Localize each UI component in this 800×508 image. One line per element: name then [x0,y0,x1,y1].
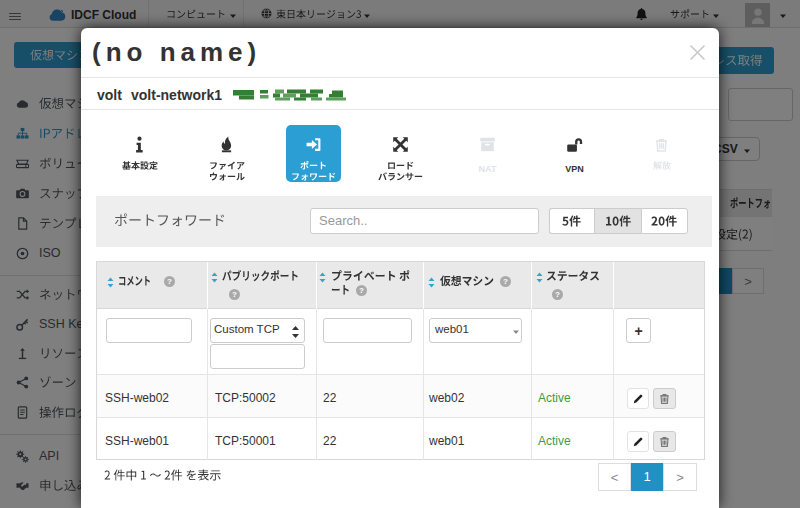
svg-text:?: ? [503,277,508,286]
svg-text:?: ? [167,277,172,286]
svg-text:?: ? [359,286,364,295]
svg-text:?: ? [555,290,560,299]
svg-text:?: ? [232,290,237,299]
